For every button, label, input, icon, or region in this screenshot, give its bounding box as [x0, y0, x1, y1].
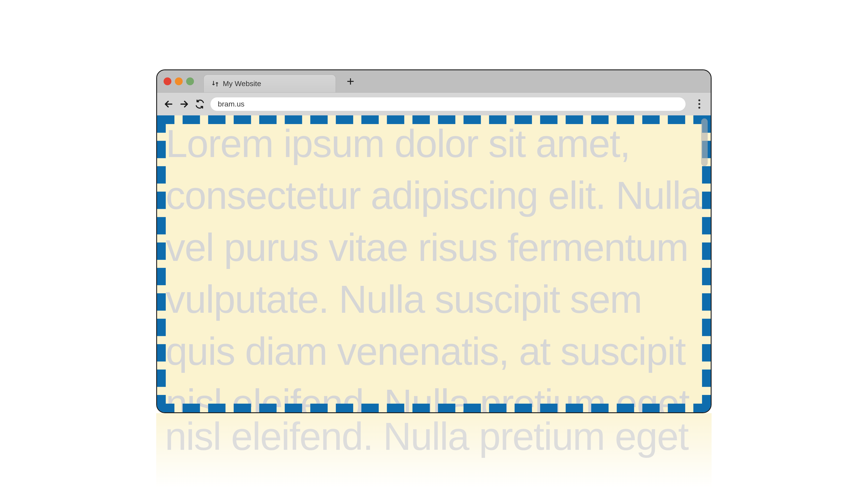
kebab-dot-icon	[699, 107, 700, 109]
minimize-window-button[interactable]	[175, 77, 183, 85]
tab-favicon-icon	[211, 79, 219, 88]
forward-button[interactable]	[179, 99, 189, 109]
browser-menu-button[interactable]	[694, 99, 704, 109]
scrollbar-thumb[interactable]	[701, 119, 708, 166]
page-body-text: Lorem ipsum dolor sit amet, consectetur …	[157, 116, 711, 412]
kebab-dot-icon	[699, 103, 700, 105]
page-viewport[interactable]: Lorem ipsum dolor sit amet, consectetur …	[157, 116, 711, 412]
tab-title: My Website	[223, 79, 261, 88]
reload-button[interactable]	[195, 99, 205, 109]
address-text: bram.us	[218, 100, 245, 108]
overflow-body-text: Lorem ipsum dolor sit amet, consectetur …	[156, 413, 712, 462]
window-controls	[163, 77, 194, 85]
nav-bar: bram.us	[157, 92, 711, 116]
browser-tab[interactable]: My Website	[204, 75, 336, 92]
new-tab-button[interactable]: +	[347, 75, 354, 88]
tab-bar: My Website +	[157, 70, 711, 92]
overflow-fade-region: Lorem ipsum dolor sit amet, consectetur …	[156, 413, 712, 488]
kebab-dot-icon	[699, 99, 700, 101]
browser-window: My Website + bram.us	[156, 69, 712, 413]
maximize-window-button[interactable]	[186, 77, 194, 85]
back-button[interactable]	[163, 99, 174, 109]
close-window-button[interactable]	[163, 77, 172, 85]
address-bar[interactable]: bram.us	[211, 97, 686, 111]
